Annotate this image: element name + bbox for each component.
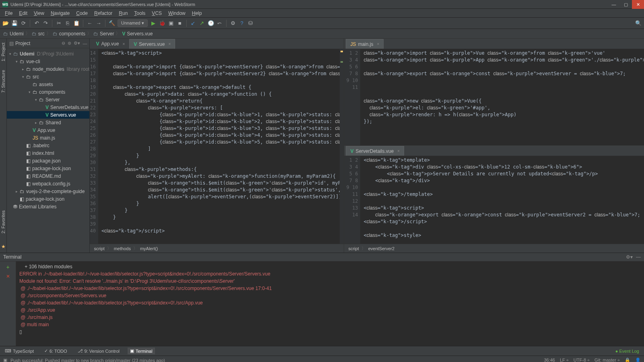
search-icon[interactable]: 🔍 bbox=[635, 20, 642, 27]
gear-icon[interactable]: ⚙▾ bbox=[74, 41, 80, 46]
tree-node[interactable]: ⛃External Libraries bbox=[7, 203, 89, 210]
terminal-output[interactable]: + 106 hidden modulesERROR in ./~/babel-l… bbox=[16, 261, 644, 346]
menu-help[interactable]: Help bbox=[189, 10, 205, 16]
redo-icon[interactable]: ↷ bbox=[42, 20, 49, 27]
paste-icon[interactable]: 📋 bbox=[73, 20, 80, 27]
ed-crumb[interactable]: eventServer2 bbox=[368, 246, 394, 251]
bottom-tab-terminal[interactable]: ▣ Terminal bbox=[128, 348, 155, 354]
vcs-history-icon[interactable]: 🕐 bbox=[208, 20, 214, 27]
code-br[interactable]: <class="k-tag">template> <class="k-tag">… bbox=[360, 156, 644, 244]
tree-node[interactable]: ▸🗀vuejs-2-the-complete-guide bbox=[7, 187, 89, 195]
stop-icon[interactable]: ■ bbox=[177, 20, 183, 27]
tree-node[interactable]: ▾🗀Server bbox=[7, 96, 89, 103]
encoding[interactable]: UTF-8 ÷ bbox=[574, 358, 590, 362]
collapse-icon[interactable]: ⊖ bbox=[62, 41, 65, 46]
menu-view[interactable]: View bbox=[31, 10, 47, 16]
favorites-tool-tab[interactable]: 2: Favorites bbox=[0, 208, 6, 236]
code-area-left[interactable]: 14 15 16 17 18 19 20 21 22 23 24 25 26 2… bbox=[90, 49, 344, 244]
line-separator[interactable]: LF ÷ bbox=[560, 358, 569, 362]
cut-icon[interactable]: ✂ bbox=[56, 20, 62, 27]
tree-node[interactable]: VApp.vue bbox=[7, 126, 89, 134]
menu-tools[interactable]: Tools bbox=[131, 10, 149, 16]
undo-icon[interactable]: ↶ bbox=[33, 20, 40, 27]
code-tr[interactable]: class="k-orange">import class="k-purple"… bbox=[360, 49, 644, 145]
structure-tool-tab[interactable]: 7: Structure bbox=[0, 68, 6, 95]
tree-root[interactable]: ▾🗀UdemiD:\Progi 3\Udemi bbox=[7, 50, 89, 58]
tree-node[interactable]: ▾🗀components bbox=[7, 88, 89, 96]
tree-node[interactable]: ◧package-lock.json bbox=[7, 165, 89, 172]
vcs-update-icon[interactable]: ↙ bbox=[190, 20, 196, 27]
yarn-icon[interactable]: ⛁ bbox=[248, 20, 254, 27]
vcs-commit-icon[interactable]: ↗ bbox=[199, 20, 205, 27]
breadcrumb-item[interactable]: 🗀 components bbox=[53, 31, 85, 37]
terminal-close-icon[interactable]: ✕ bbox=[6, 274, 10, 279]
forward-icon[interactable]: → bbox=[95, 20, 102, 27]
run-icon[interactable]: ▶ bbox=[150, 20, 157, 27]
code-area-br[interactable]: 1 2 3 4 5 6 7 8 9 10 11 12 13 14 <class=… bbox=[344, 156, 644, 244]
hide-icon[interactable]: ― bbox=[83, 41, 87, 46]
bottom-tab-typescript[interactable]: ⌨ TypeScript bbox=[2, 348, 36, 354]
file-tab[interactable]: V ServerDetails.vue× bbox=[346, 146, 404, 156]
run-config-select[interactable]: Unnamed ▾ bbox=[118, 19, 148, 27]
debug-icon[interactable]: 🐞 bbox=[159, 20, 165, 27]
file-tab[interactable]: V Servers.vue× bbox=[129, 39, 175, 49]
build-icon[interactable]: 🔨 bbox=[109, 20, 115, 27]
tree-node[interactable]: ▸🗀node_moduleslibrary root bbox=[7, 65, 89, 73]
menu-file[interactable]: File bbox=[2, 10, 16, 16]
tree-node[interactable]: ◧index.html bbox=[7, 149, 89, 157]
vcs-revert-icon[interactable]: ⤺ bbox=[217, 20, 223, 27]
tree-node[interactable]: ◧.babelrc bbox=[7, 142, 89, 149]
terminal-settings-icon[interactable]: ⚙▾ bbox=[626, 254, 633, 260]
menu-navigate[interactable]: Navigate bbox=[47, 10, 73, 16]
status-toggle-icon[interactable]: ▣ bbox=[3, 358, 7, 362]
tree-node[interactable]: VServers.vue bbox=[7, 111, 89, 119]
help-icon[interactable]: ? bbox=[239, 20, 245, 27]
menu-vcs[interactable]: VCS bbox=[149, 10, 165, 16]
tree-node[interactable]: ◧webpack.config.js bbox=[7, 180, 89, 187]
breadcrumb-item[interactable]: 🗀 Udemi bbox=[3, 31, 24, 37]
file-tab[interactable]: V App.vue× bbox=[91, 39, 129, 49]
sync-icon[interactable]: ⟳ bbox=[20, 20, 27, 27]
menu-code[interactable]: Code bbox=[73, 10, 91, 16]
inspector-icon[interactable]: 👤 bbox=[635, 358, 641, 362]
bottom-tab--todo[interactable]: ✓ 6: TODO bbox=[42, 348, 70, 354]
open-icon[interactable]: 📂 bbox=[2, 20, 9, 27]
save-icon[interactable]: 💾 bbox=[11, 20, 18, 27]
settings-icon[interactable]: ⚙ bbox=[230, 20, 236, 27]
ed-crumb[interactable]: script bbox=[348, 246, 359, 251]
coverage-icon[interactable]: ▣ bbox=[168, 20, 174, 27]
event-log-button[interactable]: ● Event Log bbox=[613, 348, 642, 354]
tree-node[interactable]: ▸🗀Shared bbox=[7, 119, 89, 126]
project-tool-tab[interactable]: 1: Project bbox=[0, 40, 6, 64]
tree-node[interactable]: ◧package-lock.json bbox=[7, 195, 89, 203]
terminal-add-icon[interactable]: + bbox=[6, 264, 9, 270]
target-icon[interactable]: ⊚ bbox=[68, 41, 71, 46]
ed-crumb[interactable]: script bbox=[94, 246, 104, 251]
tree-node[interactable]: JSmain.js bbox=[7, 134, 89, 142]
back-icon[interactable]: ← bbox=[87, 20, 93, 27]
breadcrumb-item[interactable]: 🗀 Server bbox=[93, 31, 114, 37]
bottom-tab--version-control[interactable]: ⎇ 9: Version Control bbox=[75, 348, 122, 354]
maximize-button[interactable]: ▢ bbox=[620, 0, 632, 9]
close-button[interactable]: ✕ bbox=[632, 0, 644, 9]
tree-node[interactable]: ◧package.json bbox=[7, 157, 89, 165]
menu-window[interactable]: Window bbox=[165, 10, 189, 16]
tree-node[interactable]: VServerDetails.vue bbox=[7, 103, 89, 111]
ed-crumb[interactable]: myAlert() bbox=[140, 246, 158, 251]
git-branch[interactable]: Git: master ÷ bbox=[594, 358, 620, 362]
terminal-hide-icon[interactable]: ― bbox=[636, 254, 641, 260]
breadcrumb-item[interactable]: V Servers.vue bbox=[122, 31, 153, 37]
tree-node[interactable]: 🗀assets bbox=[7, 80, 89, 88]
tree-node[interactable]: ◧README.md bbox=[7, 172, 89, 180]
code-left[interactable]: <class="k-tag">script> class="k-orange">… bbox=[98, 49, 344, 244]
copy-icon[interactable]: ⎘ bbox=[64, 20, 71, 27]
project-tree[interactable]: ▾🗀UdemiD:\Progi 3\Udemi▾🗀vue-cli▸🗀node_m… bbox=[7, 48, 89, 253]
ed-crumb[interactable]: methods bbox=[114, 246, 131, 251]
file-tab[interactable]: JS main.js× bbox=[346, 39, 384, 49]
breadcrumb-item[interactable]: 🗀 src bbox=[32, 31, 45, 37]
menu-run[interactable]: Run bbox=[116, 10, 131, 16]
code-area-tr[interactable]: 1 2 3 4 5 6 7 8 9 10 11 class="k-orange"… bbox=[344, 49, 644, 145]
menu-edit[interactable]: Edit bbox=[16, 10, 31, 16]
tree-node[interactable]: ▾🗀src bbox=[7, 73, 89, 80]
minimize-button[interactable]: ― bbox=[608, 0, 620, 9]
